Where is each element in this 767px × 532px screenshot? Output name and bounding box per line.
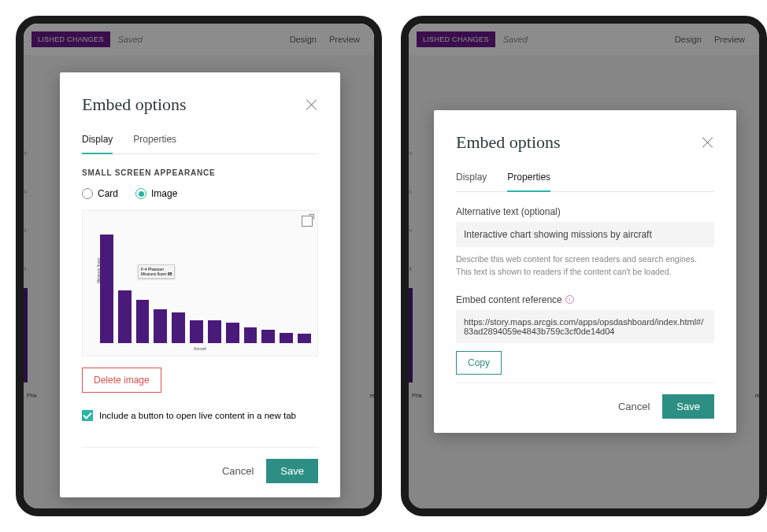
chart-ylabel: Missions flown [96, 258, 101, 284]
checkbox-icon[interactable] [82, 410, 93, 421]
device-left: LISHED CHANGES Saved Design Preview 0k0k… [16, 16, 382, 516]
modal-title: Embed options [456, 132, 561, 153]
chart-bar [226, 323, 239, 343]
embed-options-modal-display: Embed options Display Properties SMALL S… [60, 72, 340, 497]
alt-text-input[interactable] [456, 222, 714, 247]
embed-options-modal-properties: Embed options Display Properties Alterna… [434, 110, 736, 433]
small-screen-label: SMALL SCREEN APPEARANCE [82, 168, 318, 177]
radio-card-label: Card [98, 188, 118, 199]
radio-dot-icon [135, 188, 146, 199]
info-icon[interactable]: i [565, 295, 574, 304]
chart-bar [154, 309, 167, 344]
embed-ref-value[interactable]: https://story.maps.arcgis.com/apps/opsda… [456, 310, 714, 343]
modal-footer: Cancel Save [82, 447, 318, 483]
chart-bar [298, 334, 311, 343]
embed-ref-label: Embed content reference i [456, 294, 714, 305]
modal-title: Embed options [82, 94, 187, 115]
cancel-button[interactable]: Cancel [222, 465, 254, 477]
chart-bar [136, 300, 150, 343]
open-live-checkbox-row[interactable]: Include a button to open live content in… [82, 410, 318, 421]
chart-bar [261, 330, 275, 343]
close-icon[interactable] [702, 136, 714, 149]
chart-bar [172, 312, 185, 343]
chart-bar [118, 290, 132, 343]
save-button[interactable]: Save [266, 459, 318, 483]
alt-text-hint: Describe this web content for screen rea… [456, 253, 714, 279]
tab-display[interactable]: Display [82, 134, 113, 154]
cancel-button[interactable]: Cancel [618, 401, 650, 412]
tab-properties[interactable]: Properties [507, 172, 550, 192]
alt-text-label: Alternative text (optional) [456, 206, 714, 217]
checkbox-label: Include a button to open live content in… [99, 411, 296, 420]
radio-image-label: Image [151, 188, 177, 199]
close-icon[interactable] [306, 98, 318, 111]
save-button[interactable]: Save [662, 394, 714, 419]
tab-properties[interactable]: Properties [133, 134, 176, 153]
radio-card[interactable]: Card [82, 188, 118, 199]
tab-display[interactable]: Display [456, 172, 487, 191]
radio-dot-icon [82, 188, 93, 199]
bar-chart: Missions flown F-4 Phantom Missions flow… [89, 225, 311, 343]
device-right: LISHED CHANGES Saved Design Preview 0k0k… [401, 16, 767, 516]
chart-bar [208, 320, 221, 343]
chart-bar [190, 320, 203, 343]
chart-bar [100, 235, 113, 343]
radio-image[interactable]: Image [135, 188, 177, 199]
chart-preview: Missions flown F-4 Phantom Missions flow… [82, 210, 318, 357]
modal-footer: Cancel Save [456, 382, 714, 419]
delete-image-button[interactable]: Delete image [82, 368, 161, 393]
modal-tabs: Display Properties [456, 172, 714, 192]
chart-bar [244, 327, 258, 343]
copy-button[interactable]: Copy [456, 351, 502, 375]
modal-tabs: Display Properties [82, 134, 318, 154]
chart-xlabel: Aircraft [89, 346, 311, 351]
chart-bar [280, 333, 293, 343]
appearance-radio-group: Card Image [82, 188, 318, 199]
chart-tooltip: F-4 Phantom Missions flown 95 [138, 264, 175, 279]
